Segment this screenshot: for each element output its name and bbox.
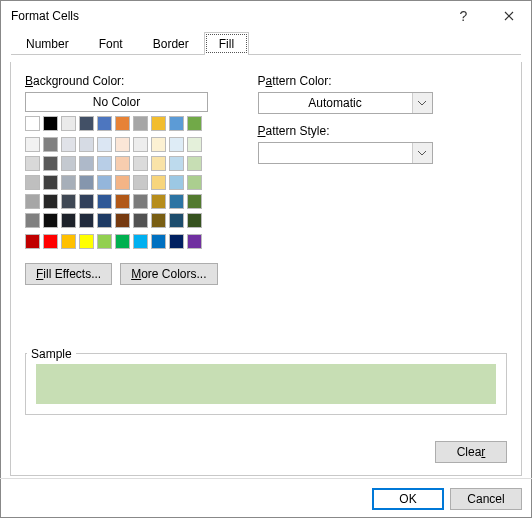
- more-colors-button[interactable]: More Colors...: [120, 263, 217, 285]
- color-swatch[interactable]: [133, 234, 148, 249]
- color-swatch[interactable]: [187, 234, 202, 249]
- color-swatch[interactable]: [61, 213, 76, 228]
- color-swatch[interactable]: [79, 175, 94, 190]
- background-color-label: Background Color:: [25, 74, 218, 88]
- color-swatch[interactable]: [61, 175, 76, 190]
- theme-color-row: [25, 116, 218, 131]
- color-swatch[interactable]: [43, 234, 58, 249]
- color-swatch[interactable]: [169, 175, 184, 190]
- dialog-title: Format Cells: [11, 9, 441, 23]
- color-swatch[interactable]: [187, 213, 202, 228]
- chevron-down-icon: [412, 93, 432, 113]
- color-swatch[interactable]: [133, 175, 148, 190]
- color-swatch[interactable]: [151, 116, 166, 131]
- no-color-button[interactable]: No Color: [25, 92, 208, 112]
- tab-number[interactable]: Number: [11, 32, 84, 55]
- ok-button[interactable]: OK: [372, 488, 444, 510]
- color-swatch[interactable]: [25, 175, 40, 190]
- color-swatch[interactable]: [151, 175, 166, 190]
- color-swatch[interactable]: [115, 156, 130, 171]
- help-button[interactable]: ?: [441, 1, 486, 31]
- color-swatch[interactable]: [115, 137, 130, 152]
- color-swatch[interactable]: [187, 175, 202, 190]
- fill-effects-button[interactable]: Fill Effects...: [25, 263, 112, 285]
- color-swatch[interactable]: [151, 156, 166, 171]
- color-swatch[interactable]: [97, 234, 112, 249]
- tab-fill[interactable]: Fill: [204, 32, 249, 55]
- color-swatch[interactable]: [61, 156, 76, 171]
- color-swatch[interactable]: [61, 194, 76, 209]
- standard-colors-row: [25, 234, 218, 249]
- color-swatch[interactable]: [79, 137, 94, 152]
- color-swatch[interactable]: [97, 116, 112, 131]
- color-swatch[interactable]: [133, 194, 148, 209]
- color-swatch[interactable]: [115, 234, 130, 249]
- color-swatch[interactable]: [133, 116, 148, 131]
- theme-shades-grid: [25, 137, 218, 228]
- color-swatch[interactable]: [187, 116, 202, 131]
- chevron-down-icon: [412, 143, 432, 163]
- pattern-section: Pattern Color: Automatic Pattern Style:: [258, 74, 433, 285]
- background-color-section: Background Color: No Color Fill Effects.…: [25, 74, 218, 285]
- color-swatch[interactable]: [25, 194, 40, 209]
- color-swatch[interactable]: [25, 234, 40, 249]
- clear-button[interactable]: Clear: [435, 441, 507, 463]
- color-swatch[interactable]: [97, 213, 112, 228]
- color-swatch[interactable]: [133, 213, 148, 228]
- color-swatch[interactable]: [115, 175, 130, 190]
- color-swatch[interactable]: [97, 156, 112, 171]
- color-swatch[interactable]: [187, 156, 202, 171]
- color-swatch[interactable]: [151, 137, 166, 152]
- color-swatch[interactable]: [79, 194, 94, 209]
- title-bar: Format Cells ?: [1, 1, 531, 31]
- color-swatch[interactable]: [43, 194, 58, 209]
- color-swatch[interactable]: [79, 213, 94, 228]
- color-swatch[interactable]: [115, 116, 130, 131]
- cancel-button[interactable]: Cancel: [450, 488, 522, 510]
- tab-strip: Number Font Border Fill: [1, 31, 531, 55]
- color-swatch[interactable]: [151, 213, 166, 228]
- color-swatch[interactable]: [61, 137, 76, 152]
- color-swatch[interactable]: [187, 194, 202, 209]
- color-swatch[interactable]: [97, 175, 112, 190]
- color-swatch[interactable]: [43, 137, 58, 152]
- pattern-style-dropdown[interactable]: [258, 142, 433, 164]
- pattern-style-label: Pattern Style:: [258, 124, 433, 138]
- color-swatch[interactable]: [25, 137, 40, 152]
- color-swatch[interactable]: [79, 116, 94, 131]
- color-swatch[interactable]: [115, 194, 130, 209]
- color-swatch[interactable]: [25, 116, 40, 131]
- color-swatch[interactable]: [133, 137, 148, 152]
- tab-font[interactable]: Font: [84, 32, 138, 55]
- color-swatch[interactable]: [43, 156, 58, 171]
- color-swatch[interactable]: [187, 137, 202, 152]
- color-swatch[interactable]: [97, 194, 112, 209]
- close-button[interactable]: [486, 1, 531, 31]
- color-swatch[interactable]: [61, 116, 76, 131]
- color-swatch[interactable]: [25, 213, 40, 228]
- color-swatch[interactable]: [79, 234, 94, 249]
- pattern-color-label: Pattern Color:: [258, 74, 433, 88]
- fill-panel: Background Color: No Color Fill Effects.…: [10, 62, 522, 476]
- tab-border[interactable]: Border: [138, 32, 204, 55]
- color-swatch[interactable]: [169, 194, 184, 209]
- color-swatch[interactable]: [25, 156, 40, 171]
- color-swatch[interactable]: [151, 194, 166, 209]
- color-swatch[interactable]: [169, 234, 184, 249]
- color-swatch[interactable]: [97, 137, 112, 152]
- sample-section: Sample: [25, 339, 507, 415]
- color-swatch[interactable]: [43, 175, 58, 190]
- color-swatch[interactable]: [151, 234, 166, 249]
- color-swatch[interactable]: [43, 213, 58, 228]
- pattern-color-dropdown[interactable]: Automatic: [258, 92, 433, 114]
- color-swatch[interactable]: [169, 213, 184, 228]
- color-swatch[interactable]: [79, 156, 94, 171]
- sample-label: Sample: [27, 347, 76, 361]
- color-swatch[interactable]: [115, 213, 130, 228]
- color-swatch[interactable]: [61, 234, 76, 249]
- color-swatch[interactable]: [133, 156, 148, 171]
- color-swatch[interactable]: [169, 116, 184, 131]
- color-swatch[interactable]: [169, 156, 184, 171]
- color-swatch[interactable]: [43, 116, 58, 131]
- color-swatch[interactable]: [169, 137, 184, 152]
